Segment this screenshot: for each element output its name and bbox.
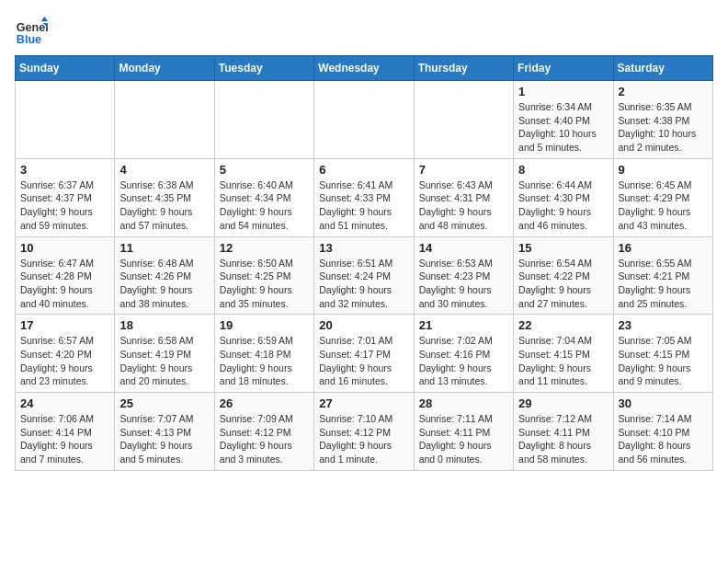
day-info: Sunrise: 6:41 AM Sunset: 4:33 PM Dayligh… bbox=[319, 178, 408, 233]
day-number: 15 bbox=[518, 241, 608, 255]
weekday-header-sunday: Sunday bbox=[16, 56, 115, 81]
day-info: Sunrise: 6:45 AM Sunset: 4:29 PM Dayligh… bbox=[619, 178, 708, 233]
weekday-header-monday: Monday bbox=[115, 56, 214, 81]
day-info: Sunrise: 7:06 AM Sunset: 4:14 PM Dayligh… bbox=[20, 412, 109, 466]
calendar-cell: 8Sunrise: 6:44 AM Sunset: 4:30 PM Daylig… bbox=[514, 158, 613, 236]
day-number: 2 bbox=[619, 85, 708, 98]
calendar-week-5: 24Sunrise: 7:06 AM Sunset: 4:14 PM Dayli… bbox=[16, 393, 713, 471]
day-info: Sunrise: 6:40 AM Sunset: 4:34 PM Dayligh… bbox=[220, 178, 309, 233]
day-info: Sunrise: 6:38 AM Sunset: 4:35 PM Dayligh… bbox=[119, 178, 209, 233]
day-info: Sunrise: 6:50 AM Sunset: 4:25 PM Dayligh… bbox=[220, 257, 309, 311]
calendar-cell: 13Sunrise: 6:51 AM Sunset: 4:24 PM Dayli… bbox=[314, 236, 414, 315]
day-info: Sunrise: 6:59 AM Sunset: 4:18 PM Dayligh… bbox=[220, 334, 309, 388]
page-header: General Blue bbox=[15, 15, 713, 48]
logo: General Blue bbox=[15, 15, 48, 48]
calendar-cell bbox=[314, 81, 414, 159]
calendar-cell bbox=[115, 81, 214, 159]
weekday-header-tuesday: Tuesday bbox=[214, 56, 313, 81]
day-number: 20 bbox=[319, 318, 408, 332]
calendar-cell: 29Sunrise: 7:12 AM Sunset: 4:11 PM Dayli… bbox=[514, 393, 613, 471]
day-info: Sunrise: 6:54 AM Sunset: 4:22 PM Dayligh… bbox=[518, 257, 608, 311]
day-number: 13 bbox=[319, 241, 408, 255]
calendar-cell: 24Sunrise: 7:06 AM Sunset: 4:14 PM Dayli… bbox=[16, 393, 115, 471]
weekday-header-wednesday: Wednesday bbox=[314, 56, 414, 81]
calendar-cell: 1Sunrise: 6:34 AM Sunset: 4:40 PM Daylig… bbox=[514, 81, 613, 159]
day-info: Sunrise: 7:09 AM Sunset: 4:12 PM Dayligh… bbox=[220, 412, 309, 466]
calendar-cell: 21Sunrise: 7:02 AM Sunset: 4:16 PM Dayli… bbox=[414, 315, 513, 393]
day-number: 4 bbox=[119, 163, 209, 177]
day-info: Sunrise: 7:11 AM Sunset: 4:11 PM Dayligh… bbox=[419, 412, 508, 466]
day-number: 24 bbox=[20, 396, 109, 410]
day-info: Sunrise: 6:51 AM Sunset: 4:24 PM Dayligh… bbox=[319, 257, 408, 311]
day-number: 1 bbox=[518, 85, 608, 98]
weekday-header-saturday: Saturday bbox=[613, 56, 712, 81]
day-number: 25 bbox=[119, 396, 209, 410]
calendar-cell: 22Sunrise: 7:04 AM Sunset: 4:15 PM Dayli… bbox=[514, 315, 613, 393]
day-number: 26 bbox=[220, 396, 309, 410]
day-number: 9 bbox=[619, 163, 708, 177]
day-info: Sunrise: 6:44 AM Sunset: 4:30 PM Dayligh… bbox=[518, 178, 608, 233]
day-number: 12 bbox=[220, 241, 309, 255]
day-info: Sunrise: 7:12 AM Sunset: 4:11 PM Dayligh… bbox=[518, 412, 608, 466]
calendar-cell bbox=[414, 81, 513, 159]
calendar-cell: 2Sunrise: 6:35 AM Sunset: 4:38 PM Daylig… bbox=[613, 81, 712, 159]
calendar-cell: 27Sunrise: 7:10 AM Sunset: 4:12 PM Dayli… bbox=[314, 393, 414, 471]
day-info: Sunrise: 6:58 AM Sunset: 4:19 PM Dayligh… bbox=[119, 334, 209, 388]
day-info: Sunrise: 7:07 AM Sunset: 4:13 PM Dayligh… bbox=[119, 412, 209, 466]
day-number: 14 bbox=[419, 241, 508, 255]
calendar-cell: 3Sunrise: 6:37 AM Sunset: 4:37 PM Daylig… bbox=[16, 158, 115, 236]
day-info: Sunrise: 6:43 AM Sunset: 4:31 PM Dayligh… bbox=[419, 178, 508, 233]
calendar-cell: 23Sunrise: 7:05 AM Sunset: 4:15 PM Dayli… bbox=[613, 315, 712, 393]
day-info: Sunrise: 7:14 AM Sunset: 4:10 PM Dayligh… bbox=[619, 412, 708, 466]
day-info: Sunrise: 7:05 AM Sunset: 4:15 PM Dayligh… bbox=[619, 334, 708, 388]
day-number: 11 bbox=[119, 241, 209, 255]
calendar-cell bbox=[16, 81, 115, 159]
day-info: Sunrise: 6:48 AM Sunset: 4:26 PM Dayligh… bbox=[119, 257, 209, 311]
calendar-cell bbox=[214, 81, 313, 159]
day-info: Sunrise: 7:10 AM Sunset: 4:12 PM Dayligh… bbox=[319, 412, 408, 466]
calendar-cell: 9Sunrise: 6:45 AM Sunset: 4:29 PM Daylig… bbox=[613, 158, 712, 236]
calendar-cell: 12Sunrise: 6:50 AM Sunset: 4:25 PM Dayli… bbox=[214, 236, 313, 315]
weekday-header-thursday: Thursday bbox=[414, 56, 513, 81]
day-number: 17 bbox=[20, 318, 109, 332]
day-info: Sunrise: 6:57 AM Sunset: 4:20 PM Dayligh… bbox=[20, 334, 109, 388]
day-number: 21 bbox=[419, 318, 508, 332]
calendar-cell: 25Sunrise: 7:07 AM Sunset: 4:13 PM Dayli… bbox=[115, 393, 214, 471]
day-number: 19 bbox=[220, 318, 309, 332]
calendar-cell: 26Sunrise: 7:09 AM Sunset: 4:12 PM Dayli… bbox=[214, 393, 313, 471]
calendar-cell: 18Sunrise: 6:58 AM Sunset: 4:19 PM Dayli… bbox=[115, 315, 214, 393]
calendar-table: SundayMondayTuesdayWednesdayThursdayFrid… bbox=[15, 55, 713, 471]
day-number: 27 bbox=[319, 396, 408, 410]
day-info: Sunrise: 6:53 AM Sunset: 4:23 PM Dayligh… bbox=[419, 257, 508, 311]
day-number: 29 bbox=[518, 396, 608, 410]
day-info: Sunrise: 7:01 AM Sunset: 4:17 PM Dayligh… bbox=[319, 334, 408, 388]
day-number: 3 bbox=[20, 163, 109, 177]
calendar-cell: 17Sunrise: 6:57 AM Sunset: 4:20 PM Dayli… bbox=[16, 315, 115, 393]
day-info: Sunrise: 6:35 AM Sunset: 4:38 PM Dayligh… bbox=[619, 100, 708, 155]
calendar-cell: 15Sunrise: 6:54 AM Sunset: 4:22 PM Dayli… bbox=[514, 236, 613, 315]
calendar-cell: 10Sunrise: 6:47 AM Sunset: 4:28 PM Dayli… bbox=[16, 236, 115, 315]
day-number: 18 bbox=[119, 318, 209, 332]
day-number: 28 bbox=[419, 396, 508, 410]
calendar-week-3: 10Sunrise: 6:47 AM Sunset: 4:28 PM Dayli… bbox=[16, 236, 713, 315]
svg-text:Blue: Blue bbox=[17, 33, 41, 46]
calendar-cell: 16Sunrise: 6:55 AM Sunset: 4:21 PM Dayli… bbox=[613, 236, 712, 315]
calendar-cell: 20Sunrise: 7:01 AM Sunset: 4:17 PM Dayli… bbox=[314, 315, 414, 393]
calendar-cell: 5Sunrise: 6:40 AM Sunset: 4:34 PM Daylig… bbox=[214, 158, 313, 236]
weekday-header-friday: Friday bbox=[514, 56, 613, 81]
calendar-cell: 14Sunrise: 6:53 AM Sunset: 4:23 PM Dayli… bbox=[414, 236, 513, 315]
day-number: 6 bbox=[319, 163, 408, 177]
day-info: Sunrise: 6:34 AM Sunset: 4:40 PM Dayligh… bbox=[518, 100, 608, 155]
day-number: 5 bbox=[220, 163, 309, 177]
day-info: Sunrise: 7:02 AM Sunset: 4:16 PM Dayligh… bbox=[419, 334, 508, 388]
day-info: Sunrise: 6:47 AM Sunset: 4:28 PM Dayligh… bbox=[20, 257, 109, 311]
calendar-cell: 19Sunrise: 6:59 AM Sunset: 4:18 PM Dayli… bbox=[214, 315, 313, 393]
calendar-cell: 30Sunrise: 7:14 AM Sunset: 4:10 PM Dayli… bbox=[613, 393, 712, 471]
calendar-cell: 11Sunrise: 6:48 AM Sunset: 4:26 PM Dayli… bbox=[115, 236, 214, 315]
day-number: 16 bbox=[619, 241, 708, 255]
svg-marker-2 bbox=[41, 17, 48, 21]
day-number: 30 bbox=[619, 396, 708, 410]
day-info: Sunrise: 6:55 AM Sunset: 4:21 PM Dayligh… bbox=[619, 257, 708, 311]
calendar-cell: 6Sunrise: 6:41 AM Sunset: 4:33 PM Daylig… bbox=[314, 158, 414, 236]
day-info: Sunrise: 7:04 AM Sunset: 4:15 PM Dayligh… bbox=[518, 334, 608, 388]
